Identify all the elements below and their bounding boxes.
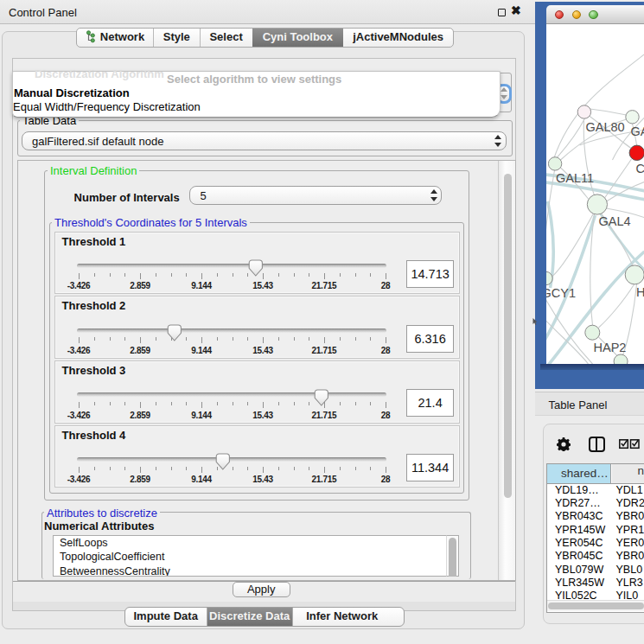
svg-text:GAL11: GAL11 bbox=[556, 171, 594, 185]
svg-text:GCY1: GCY1 bbox=[546, 286, 576, 300]
svg-text:HAP2: HAP2 bbox=[593, 341, 626, 354]
svg-text:GAL80: GAL80 bbox=[585, 120, 624, 134]
svg-text:C: C bbox=[635, 162, 644, 175]
svg-text:GA: GA bbox=[630, 124, 644, 138]
svg-text:GAL4: GAL4 bbox=[598, 214, 630, 228]
svg-text:H: H bbox=[636, 285, 644, 299]
